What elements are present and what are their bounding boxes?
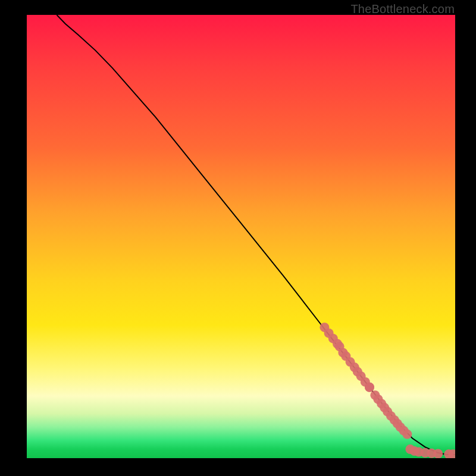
plot-area	[27, 15, 455, 458]
data-point	[402, 430, 412, 439]
data-point	[433, 449, 443, 459]
scatter-dots	[320, 322, 455, 458]
chart-frame: TheBottleneck.com	[0, 0, 476, 476]
bottleneck-curve	[57, 15, 455, 455]
chart-svg	[27, 15, 455, 458]
data-point	[365, 383, 374, 392]
attribution-label: TheBottleneck.com	[350, 2, 455, 16]
